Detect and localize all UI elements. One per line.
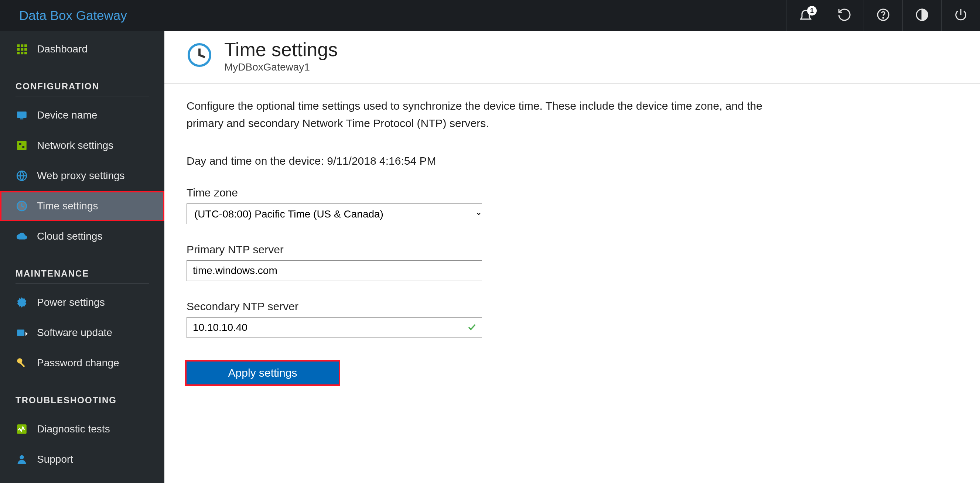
contrast-button[interactable]: [902, 0, 941, 31]
refresh-button[interactable]: [825, 0, 864, 31]
sidebar-item-label: Web proxy settings: [37, 170, 125, 182]
svg-rect-12: [17, 111, 27, 118]
help-icon: [876, 7, 891, 24]
topbar-actions: 1: [786, 0, 980, 31]
dashboard-icon: [16, 43, 28, 56]
svg-rect-14: [17, 141, 27, 150]
sidebar-item-label: Device name: [37, 109, 97, 121]
sidebar-item-password-change[interactable]: Password change: [0, 348, 164, 378]
globe-icon: [16, 170, 28, 182]
sidebar-item-label: Network settings: [37, 140, 113, 151]
section-header-configuration: CONFIGURATION: [0, 64, 164, 100]
svg-rect-13: [20, 119, 24, 120]
section-header-troubleshooting: TROUBLESHOOTING: [0, 378, 164, 414]
primary-ntp-label: Primary NTP server: [186, 243, 770, 256]
update-icon: [16, 326, 28, 339]
svg-rect-22: [20, 362, 25, 367]
contrast-icon: [915, 7, 929, 24]
notification-badge: 1: [807, 6, 817, 16]
svg-rect-8: [24, 48, 27, 51]
svg-rect-11: [24, 52, 27, 54]
page-subtitle: MyDBoxGateway1: [224, 61, 337, 73]
sidebar-item-label: Diagnostic tests: [37, 423, 110, 435]
svg-rect-15: [19, 143, 21, 145]
svg-point-24: [19, 455, 24, 459]
section-header-maintenance: MAINTENANCE: [0, 251, 164, 287]
diagnostics-icon: [16, 423, 28, 435]
help-button[interactable]: [864, 0, 902, 31]
sidebar-item-dashboard[interactable]: Dashboard: [0, 34, 164, 64]
timezone-select[interactable]: (UTC-08:00) Pacific Time (US & Canada): [186, 203, 482, 224]
sidebar-item-label: Power settings: [37, 297, 105, 308]
svg-rect-16: [22, 146, 24, 148]
sidebar-item-label: Password change: [37, 357, 119, 369]
secondary-ntp-label: Secondary NTP server: [186, 300, 770, 313]
svg-rect-7: [21, 48, 23, 51]
app-title: Data Box Gateway: [19, 8, 127, 23]
refresh-icon: [837, 7, 852, 24]
sidebar: Dashboard CONFIGURATION Device name Netw…: [0, 31, 164, 483]
section-heading-text: CONFIGURATION: [16, 81, 99, 91]
page-title: Time settings: [224, 38, 337, 60]
clock-icon: [186, 42, 212, 70]
gear-icon: [16, 296, 28, 309]
power-icon: [953, 7, 968, 24]
sidebar-item-label: Software update: [37, 327, 112, 338]
sidebar-item-network-settings[interactable]: Network settings: [0, 130, 164, 160]
sidebar-item-software-update[interactable]: Software update: [0, 318, 164, 348]
svg-rect-9: [17, 52, 19, 54]
page-description: Configure the optional time settings use…: [186, 97, 770, 132]
svg-rect-4: [21, 44, 23, 47]
check-icon: [466, 322, 477, 334]
sidebar-item-cloud-settings[interactable]: Cloud settings: [0, 221, 164, 251]
sidebar-item-support[interactable]: Support: [0, 444, 164, 475]
key-icon: [16, 357, 28, 369]
cloud-icon: [16, 230, 28, 243]
sidebar-item-web-proxy-settings[interactable]: Web proxy settings: [0, 160, 164, 191]
sidebar-item-power-settings[interactable]: Power settings: [0, 287, 164, 318]
topbar: Data Box Gateway 1: [0, 0, 980, 31]
timezone-label: Time zone: [186, 186, 770, 199]
sidebar-item-label: Cloud settings: [37, 230, 102, 242]
section-heading-text: TROUBLESHOOTING: [16, 395, 117, 405]
svg-rect-6: [17, 48, 19, 51]
sidebar-item-device-name[interactable]: Device name: [0, 100, 164, 130]
sidebar-item-label: Support: [37, 453, 73, 465]
section-heading-text: MAINTENANCE: [16, 269, 89, 278]
person-icon: [16, 453, 28, 466]
sidebar-item-label: Time settings: [37, 200, 98, 212]
svg-rect-3: [17, 44, 19, 47]
svg-rect-5: [24, 44, 27, 47]
page-header: Time settings MyDBoxGateway1: [164, 38, 980, 84]
svg-rect-10: [21, 52, 23, 54]
network-icon: [16, 139, 28, 152]
device-time-label: Day and time on the device: 9/11/2018 4:…: [186, 155, 770, 167]
primary-ntp-input[interactable]: [186, 261, 482, 281]
device-icon: [16, 109, 28, 121]
main-content: Time settings MyDBoxGateway1 Configure t…: [164, 31, 980, 483]
sidebar-item-diagnostic-tests[interactable]: Diagnostic tests: [0, 414, 164, 444]
apply-settings-button[interactable]: Apply settings: [186, 362, 339, 384]
svg-point-1: [883, 17, 884, 18]
svg-rect-20: [17, 330, 24, 336]
notifications-button[interactable]: 1: [786, 0, 825, 31]
sidebar-item-time-settings[interactable]: Time settings: [0, 191, 164, 221]
clock-icon: [16, 200, 28, 212]
sidebar-item-label: Dashboard: [37, 43, 88, 55]
secondary-ntp-input[interactable]: [186, 317, 482, 338]
power-button[interactable]: [941, 0, 980, 31]
